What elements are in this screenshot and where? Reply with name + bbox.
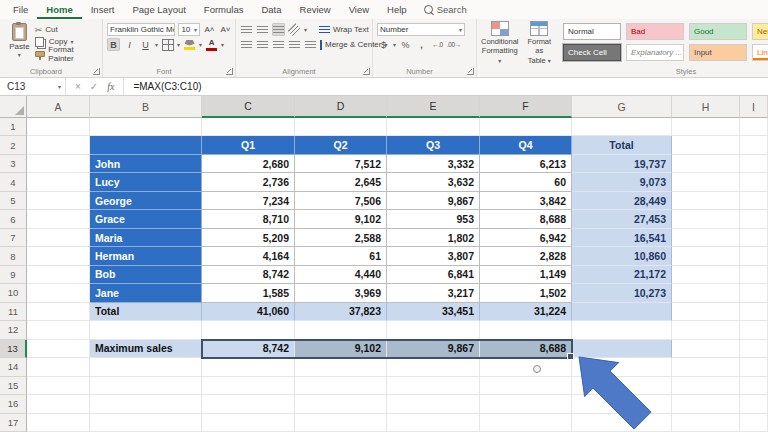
cell-E7[interactable]: 1,802 xyxy=(387,229,480,247)
cell-B5[interactable]: George xyxy=(90,192,202,210)
cell-F5[interactable]: 3,842 xyxy=(480,192,572,210)
cell-B10[interactable]: Jane xyxy=(90,284,202,302)
cell-G11[interactable] xyxy=(572,303,672,321)
wrap-text-button[interactable]: Wrap Text xyxy=(333,25,369,34)
cell-A7[interactable] xyxy=(27,229,90,247)
cell-C12[interactable] xyxy=(202,321,295,339)
currency-button[interactable]: $ xyxy=(377,38,390,51)
increase-indent-button[interactable] xyxy=(304,38,317,51)
cell-F12[interactable] xyxy=(480,321,572,339)
orientation-button[interactable] xyxy=(288,23,301,36)
column-header-G[interactable]: G xyxy=(572,96,672,118)
cell-I1[interactable] xyxy=(740,118,768,136)
style-chip-linked[interactable]: Linked Cell xyxy=(752,44,768,61)
cell-F2[interactable]: Q4 xyxy=(480,136,572,154)
row-header-13[interactable]: 13 xyxy=(0,340,27,358)
cell-I15[interactable] xyxy=(740,377,768,395)
cell-E3[interactable]: 3,332 xyxy=(387,155,480,173)
cell-E5[interactable]: 9,867 xyxy=(387,192,480,210)
cell-F9[interactable]: 1,149 xyxy=(480,266,572,284)
cell-G16[interactable] xyxy=(572,395,672,413)
cell-E6[interactable]: 953 xyxy=(387,210,480,228)
cell-C17[interactable] xyxy=(202,414,295,432)
cell-B17[interactable] xyxy=(90,414,202,432)
bottom-align-button[interactable] xyxy=(272,23,285,36)
comma-style-button[interactable]: , xyxy=(415,38,428,51)
cell-D10[interactable]: 3,969 xyxy=(295,284,387,302)
number-dialog-launcher-icon[interactable] xyxy=(467,68,474,75)
column-header-I[interactable]: I xyxy=(740,96,768,118)
cell-H9[interactable] xyxy=(672,266,740,284)
ribbon-tab-insert[interactable]: Insert xyxy=(82,0,124,19)
cell-D9[interactable]: 4,440 xyxy=(295,266,387,284)
cell-A9[interactable] xyxy=(27,266,90,284)
cell-H11[interactable] xyxy=(672,303,740,321)
cell-D16[interactable] xyxy=(295,395,387,413)
fill-color-button[interactable] xyxy=(183,38,196,51)
cell-A2[interactable] xyxy=(27,136,90,154)
cell-A15[interactable] xyxy=(27,377,90,395)
cell-C3[interactable]: 2,680 xyxy=(202,155,295,173)
cell-G13[interactable] xyxy=(572,340,672,358)
borders-caret-icon[interactable]: ▾ xyxy=(177,42,180,48)
cell-E14[interactable] xyxy=(387,358,480,376)
cell-I9[interactable] xyxy=(740,266,768,284)
cell-A12[interactable] xyxy=(27,321,90,339)
row-header-7[interactable]: 7 xyxy=(0,229,27,247)
formula-input[interactable]: =MAX(C3:C10) xyxy=(124,81,201,92)
style-chip-bad[interactable]: Bad xyxy=(626,23,684,40)
ribbon-tab-data[interactable]: Data xyxy=(252,0,290,19)
row-header-8[interactable]: 8 xyxy=(0,247,27,265)
cell-E13[interactable]: 9,867 xyxy=(387,340,480,358)
cell-A1[interactable] xyxy=(27,118,90,136)
ribbon-tab-formulas[interactable]: Formulas xyxy=(195,0,253,19)
cell-I14[interactable] xyxy=(740,358,768,376)
cell-F7[interactable]: 6,942 xyxy=(480,229,572,247)
style-chip-normal[interactable]: Normal xyxy=(563,23,621,40)
style-chip-check[interactable]: Check Cell xyxy=(563,44,621,61)
cell-G7[interactable]: 16,541 xyxy=(572,229,672,247)
cell-G5[interactable]: 28,449 xyxy=(572,192,672,210)
style-chip-neutral[interactable]: Neutral xyxy=(752,23,768,40)
cell-I10[interactable] xyxy=(740,284,768,302)
row-header-16[interactable]: 16 xyxy=(0,395,27,413)
cell-G15[interactable] xyxy=(572,377,672,395)
cell-C9[interactable]: 8,742 xyxy=(202,266,295,284)
cell-I7[interactable] xyxy=(740,229,768,247)
cell-E4[interactable]: 3,632 xyxy=(387,173,480,191)
cell-I6[interactable] xyxy=(740,210,768,228)
underline-button[interactable]: U xyxy=(139,38,152,51)
style-chip-input[interactable]: Input xyxy=(689,44,747,61)
cell-E16[interactable] xyxy=(387,395,480,413)
cell-E11[interactable]: 33,451 xyxy=(387,303,480,321)
cancel-icon[interactable]: × xyxy=(75,81,81,92)
cell-B4[interactable]: Lucy xyxy=(90,173,202,191)
cell-H2[interactable] xyxy=(672,136,740,154)
column-header-C[interactable]: C xyxy=(202,96,295,118)
cell-D17[interactable] xyxy=(295,414,387,432)
cell-D12[interactable] xyxy=(295,321,387,339)
cell-D2[interactable]: Q2 xyxy=(295,136,387,154)
ribbon-tab-file[interactable]: File xyxy=(4,0,37,19)
cell-I11[interactable] xyxy=(740,303,768,321)
align-right-button[interactable] xyxy=(272,38,285,51)
cell-E9[interactable]: 6,841 xyxy=(387,266,480,284)
cell-F14[interactable] xyxy=(480,358,572,376)
format-as-table-button[interactable]: Format as Table ▾ xyxy=(523,21,556,66)
cell-C14[interactable] xyxy=(202,358,295,376)
cell-I12[interactable] xyxy=(740,321,768,339)
cell-B13[interactable]: Maximum sales xyxy=(90,340,202,358)
cell-A3[interactable] xyxy=(27,155,90,173)
cell-G3[interactable]: 19,737 xyxy=(572,155,672,173)
cell-A10[interactable] xyxy=(27,284,90,302)
decrease-decimal-button[interactable]: .00→ xyxy=(447,38,461,51)
cell-E2[interactable]: Q3 xyxy=(387,136,480,154)
cell-H1[interactable] xyxy=(672,118,740,136)
ribbon-tab-home[interactable]: Home xyxy=(37,0,81,19)
cell-A14[interactable] xyxy=(27,358,90,376)
cell-B11[interactable]: Total xyxy=(90,303,202,321)
cell-C5[interactable]: 7,234 xyxy=(202,192,295,210)
enter-icon[interactable]: ✓ xyxy=(90,81,98,92)
font-name-combo[interactable]: Franklin Gothic Me ▾ xyxy=(107,23,175,36)
cell-H8[interactable] xyxy=(672,247,740,265)
